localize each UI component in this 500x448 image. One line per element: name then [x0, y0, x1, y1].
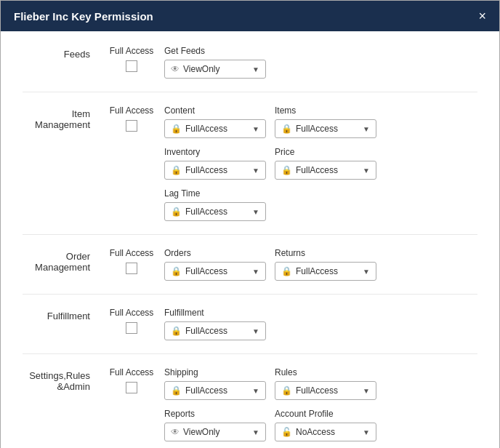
close-button[interactable]: × [478, 9, 486, 23]
full-access-checkbox-feeds[interactable] [126, 60, 137, 72]
dropdown-group-inventory: Inventory🔒FullAccess▼ [164, 147, 266, 180]
dropdown-label-items: Items [275, 105, 376, 116]
dropdown-group-lag-time: Lag Time🔒FullAccess▼ [164, 188, 266, 221]
dropdown-select-account-profile[interactable]: 🔓NoAccess▼ [275, 423, 376, 441]
dropdowns-area-fulfillment: Fulfillment🔒FullAccess▼ [164, 308, 477, 340]
modal-body: FeedsFull AccessGet Feeds👁ViewOnly▼Item … [1, 31, 499, 448]
dropdown-icon-returns: 🔒 [281, 266, 292, 276]
dropdown-select-get-feeds[interactable]: 👁ViewOnly▼ [164, 60, 266, 79]
dropdown-arrow-inventory: ▼ [252, 167, 259, 175]
full-access-col-order-management: Full Access [99, 248, 164, 274]
dropdown-arrow-items: ▼ [363, 125, 370, 133]
dropdown-inner-rules: 🔒FullAccess [281, 385, 363, 396]
dropdown-arrow-orders: ▼ [252, 268, 259, 276]
dropdown-select-rules[interactable]: 🔒FullAccess▼ [275, 381, 376, 400]
full-access-label-order-management: Full Access [110, 248, 154, 258]
dropdown-inner-price: 🔒FullAccess [281, 165, 363, 175]
dropdown-group-get-feeds: Get Feeds👁ViewOnly▼ [164, 46, 266, 79]
dropdown-label-inventory: Inventory [164, 147, 266, 157]
dropdown-inner-lag-time: 🔒FullAccess [171, 207, 252, 217]
section-order-management: Order ManagementFull AccessOrders🔒FullAc… [23, 248, 477, 295]
dropdown-icon-reports: 👁 [171, 427, 180, 437]
dropdown-label-rules: Rules [275, 367, 376, 377]
section-label-item-management: Item Management [23, 105, 99, 130]
dropdown-arrow-reports: ▼ [252, 428, 259, 436]
section-item-management: Item ManagementFull AccessContent🔒FullAc… [23, 105, 477, 235]
full-access-checkbox-order-management[interactable] [126, 263, 137, 274]
dropdown-arrow-content: ▼ [252, 125, 259, 133]
dropdown-icon-shipping: 🔒 [171, 385, 182, 396]
dropdown-value-orders: FullAccess [185, 266, 227, 276]
dropdown-select-content[interactable]: 🔒FullAccess▼ [164, 119, 266, 138]
dropdown-select-inventory[interactable]: 🔒FullAccess▼ [164, 161, 266, 180]
dropdown-group-rules: Rules🔒FullAccess▼ [275, 367, 376, 400]
dropdown-select-items[interactable]: 🔒FullAccess▼ [275, 119, 376, 138]
dropdown-icon-content: 🔒 [171, 124, 182, 134]
dropdown-value-returns: FullAccess [296, 266, 338, 276]
modal-title: Flieber Inc Key Permission [14, 10, 153, 23]
dropdown-arrow-rules: ▼ [363, 387, 370, 395]
dropdown-arrow-shipping: ▼ [252, 387, 259, 395]
section-feeds: FeedsFull AccessGet Feeds👁ViewOnly▼ [23, 46, 477, 92]
dropdown-value-fulfillment: FullAccess [185, 326, 227, 336]
dropdown-select-shipping[interactable]: 🔒FullAccess▼ [164, 381, 266, 400]
dropdown-select-fulfillment[interactable]: 🔒FullAccess▼ [164, 321, 266, 340]
full-access-checkbox-item-management[interactable] [126, 120, 137, 132]
dropdown-group-orders: Orders🔒FullAccess▼ [164, 248, 266, 281]
modal-header: Flieber Inc Key Permission × [1, 1, 499, 31]
dropdown-inner-reports: 👁ViewOnly [171, 427, 252, 437]
dropdown-icon-rules: 🔒 [281, 385, 292, 396]
dropdowns-area-order-management: Orders🔒FullAccess▼Returns🔒FullAccess▼ [164, 248, 477, 281]
full-access-label-feeds: Full Access [110, 46, 154, 56]
dropdown-label-account-profile: Account Profile [275, 409, 376, 419]
section-label-feeds: Feeds [23, 46, 99, 60]
dropdown-arrow-account-profile: ▼ [363, 428, 370, 436]
dropdown-label-price: Price [275, 147, 376, 157]
section-label-fulfillment: Fulfillment [23, 308, 99, 321]
dropdown-select-lag-time[interactable]: 🔒FullAccess▼ [164, 202, 266, 221]
dropdown-icon-account-profile: 🔓 [281, 427, 292, 437]
dropdown-arrow-price: ▼ [363, 167, 370, 175]
dropdown-inner-orders: 🔒FullAccess [171, 266, 252, 276]
dropdown-select-orders[interactable]: 🔒FullAccess▼ [164, 262, 266, 281]
dropdown-group-items: Items🔒FullAccess▼ [275, 105, 376, 138]
dropdown-value-content: FullAccess [185, 124, 227, 134]
dropdown-arrow-get-feeds: ▼ [252, 65, 259, 73]
dropdown-value-account-profile: NoAccess [296, 427, 335, 437]
full-access-label-fulfillment: Full Access [110, 308, 154, 318]
full-access-col-fulfillment: Full Access [99, 308, 164, 334]
dropdown-icon-price: 🔒 [281, 165, 292, 175]
section-label-settings-rules-admin: Settings,Rules &Admin [23, 367, 99, 392]
full-access-checkbox-settings-rules-admin[interactable] [126, 382, 137, 393]
dropdown-group-account-profile: Account Profile🔓NoAccess▼ [275, 409, 376, 441]
dropdown-value-get-feeds: ViewOnly [183, 64, 219, 74]
dropdown-inner-items: 🔒FullAccess [281, 124, 363, 134]
dropdown-select-price[interactable]: 🔒FullAccess▼ [275, 161, 376, 180]
section-fulfillment: FulfillmentFull AccessFulfillment🔒FullAc… [23, 308, 477, 354]
dropdown-icon-orders: 🔒 [171, 266, 182, 276]
dropdown-inner-returns: 🔒FullAccess [281, 266, 363, 276]
section-label-order-management: Order Management [23, 248, 99, 273]
dropdown-label-fulfillment: Fulfillment [164, 308, 266, 318]
dropdown-value-shipping: FullAccess [185, 385, 227, 396]
section-settings-rules-admin: Settings,Rules &AdminFull AccessShipping… [23, 367, 477, 441]
dropdown-group-price: Price🔒FullAccess▼ [275, 147, 376, 180]
dropdown-arrow-fulfillment: ▼ [252, 327, 259, 335]
dropdown-value-rules: FullAccess [296, 385, 338, 396]
dropdown-inner-get-feeds: 👁ViewOnly [171, 64, 252, 74]
dropdown-select-reports[interactable]: 👁ViewOnly▼ [164, 423, 266, 441]
dropdown-value-inventory: FullAccess [185, 165, 227, 175]
dropdown-group-shipping: Shipping🔒FullAccess▼ [164, 367, 266, 400]
dropdown-inner-shipping: 🔒FullAccess [171, 385, 252, 396]
full-access-label-settings-rules-admin: Full Access [110, 367, 154, 377]
dropdown-label-orders: Orders [164, 248, 266, 258]
dropdown-arrow-lag-time: ▼ [252, 208, 259, 216]
full-access-checkbox-fulfillment[interactable] [126, 322, 137, 334]
dropdown-value-price: FullAccess [296, 165, 338, 175]
dropdown-group-reports: Reports👁ViewOnly▼ [164, 409, 266, 441]
full-access-label-item-management: Full Access [110, 105, 154, 116]
full-access-col-settings-rules-admin: Full Access [99, 367, 164, 393]
dropdown-icon-inventory: 🔒 [171, 165, 182, 175]
dropdown-select-returns[interactable]: 🔒FullAccess▼ [275, 262, 376, 281]
dropdown-label-shipping: Shipping [164, 367, 266, 377]
